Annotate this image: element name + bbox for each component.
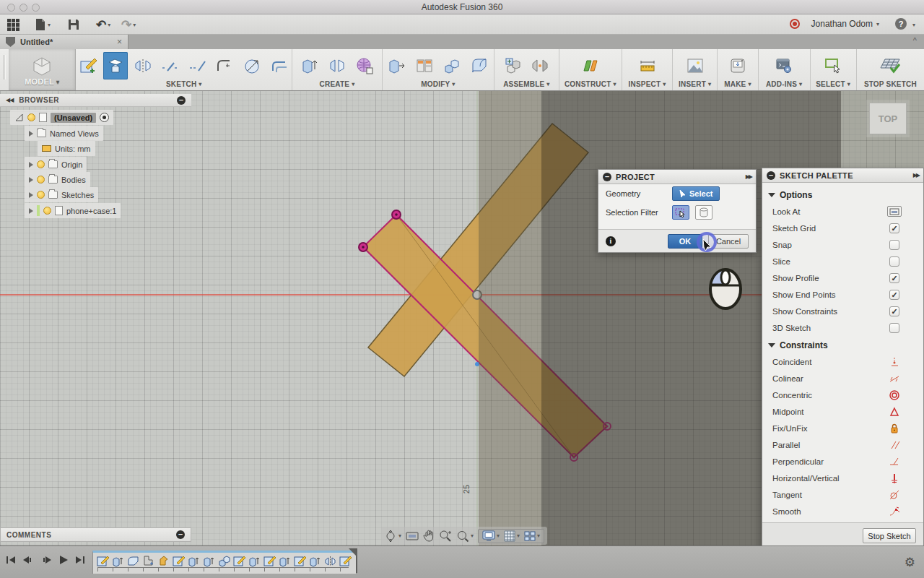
- visibility-bulb-icon[interactable]: [27, 113, 35, 121]
- tree-row-bodies[interactable]: Bodies: [25, 172, 90, 187]
- timeline-item-extrude[interactable]: [278, 554, 292, 568]
- select-button[interactable]: [821, 52, 845, 79]
- insert-group-menu[interactable]: INSERT▾: [679, 80, 711, 88]
- orbit-button[interactable]: ▾: [384, 530, 401, 543]
- record-icon[interactable]: [790, 19, 800, 29]
- expand-arrow-icon[interactable]: [29, 192, 33, 198]
- timeline-item-sketch[interactable]: [232, 554, 246, 568]
- grid-settings-button[interactable]: ▾: [504, 530, 520, 542]
- visibility-bulb-icon[interactable]: [37, 191, 45, 199]
- mirror-sketch-button[interactable]: [131, 52, 155, 79]
- minimize-palette-icon[interactable]: –: [767, 171, 775, 180]
- modify-group-menu[interactable]: MODIFY▾: [421, 80, 455, 88]
- step-back-button[interactable]: [22, 555, 34, 565]
- measure-button[interactable]: [635, 52, 660, 79]
- sketch-line-button[interactable]: [158, 52, 183, 79]
- project-include-button[interactable]: [103, 52, 128, 79]
- tree-row-origin[interactable]: Origin: [25, 157, 87, 172]
- chevron-down-icon[interactable]: ▾: [912, 22, 915, 28]
- timeline-item-extrude[interactable]: [248, 554, 261, 568]
- 3d-sketch-checkbox[interactable]: [889, 323, 899, 333]
- sketch-circle-button[interactable]: [240, 52, 265, 79]
- sketch-group-menu[interactable]: SKETCH▾: [166, 80, 202, 88]
- create-group-menu[interactable]: CREATE▾: [320, 80, 355, 88]
- redo-button[interactable]: ↷ ▾: [121, 17, 136, 33]
- stop-sketch-button[interactable]: Stop Sketch: [863, 528, 916, 543]
- timeline-item-mirror[interactable]: [323, 554, 337, 568]
- geometry-select-button[interactable]: Select: [672, 186, 720, 201]
- project-dialog-header[interactable]: – PROJECT ▶▶: [598, 170, 756, 184]
- snap-checkbox[interactable]: [889, 240, 899, 250]
- expand-arrow-icon[interactable]: [29, 177, 33, 183]
- display-settings-button[interactable]: ▾: [482, 530, 500, 541]
- create-form-button[interactable]: [352, 52, 377, 79]
- constraint-row-concentric[interactable]: Concentric: [762, 387, 923, 403]
- timeline-item-extrude[interactable]: [202, 554, 216, 568]
- timeline-item-hole[interactable]: [141, 554, 155, 568]
- make-group-menu[interactable]: MAKE▾: [724, 80, 751, 88]
- sketch-fillet-button[interactable]: [213, 52, 237, 79]
- addins-group-menu[interactable]: ADD-INS▾: [766, 80, 802, 88]
- fit-button[interactable]: ▾: [456, 530, 474, 543]
- constraint-row-smooth[interactable]: Smooth: [762, 503, 923, 519]
- timeline-item-sketch[interactable]: [293, 554, 307, 568]
- constraints-section-header[interactable]: Constraints: [762, 336, 923, 353]
- assemble-group-menu[interactable]: ASSEMBLE▾: [503, 80, 549, 88]
- pan-button[interactable]: [423, 530, 435, 542]
- timeline-item-sketch[interactable]: [96, 554, 110, 568]
- minimize-panel-icon[interactable]: –: [177, 96, 186, 105]
- press-pull-button[interactable]: [385, 52, 409, 79]
- expand-corner-icon[interactable]: [14, 113, 24, 122]
- tree-row-sketches[interactable]: Sketches: [25, 187, 98, 202]
- collapse-panel-icon[interactable]: ◀◀: [6, 97, 13, 103]
- undo-button[interactable]: ↶ ▾: [96, 17, 110, 33]
- go-to-end-button[interactable]: [75, 555, 85, 565]
- filter-bodies-button[interactable]: [695, 205, 712, 220]
- browser-panel-header[interactable]: ◀◀ BROWSER –: [0, 94, 191, 107]
- file-menu-button[interactable]: ▾: [35, 17, 51, 33]
- constraint-row-horizontal-vertical[interactable]: Horizontal/Vertical: [762, 470, 923, 486]
- sketch-grid-checkbox[interactable]: ✓: [889, 223, 899, 233]
- stop-sketch-ribbon-button[interactable]: [878, 52, 902, 79]
- options-section-header[interactable]: Options: [762, 186, 923, 203]
- slice-checkbox[interactable]: [889, 256, 899, 267]
- construct-group-menu[interactable]: CONSTRUCT▾: [565, 80, 616, 88]
- step-forward-button[interactable]: [40, 555, 52, 565]
- insert-button[interactable]: [683, 52, 707, 79]
- combine-button[interactable]: [440, 52, 464, 79]
- workspace-selector[interactable]: MODEL▾: [9, 49, 76, 90]
- constraint-row-perpendicular[interactable]: Perpendicular: [762, 453, 923, 470]
- revolve-button[interactable]: [325, 52, 349, 79]
- settings-gear-icon[interactable]: ⚙: [905, 555, 915, 570]
- show-profile-checkbox[interactable]: ✓: [889, 273, 899, 283]
- help-button[interactable]: ?: [895, 18, 907, 30]
- view-cube[interactable]: TOP: [869, 103, 907, 134]
- visibility-bulb-icon[interactable]: [37, 160, 45, 168]
- sketch-palette-header[interactable]: – SKETCH PALETTE ▶▶: [762, 168, 923, 183]
- new-component-button[interactable]: [500, 52, 525, 79]
- expand-arrow-icon[interactable]: [29, 208, 33, 214]
- constraint-row-midpoint[interactable]: Midpoint: [762, 403, 923, 420]
- select-group-menu[interactable]: SELECT▾: [816, 80, 850, 88]
- timeline-item-extrude[interactable]: [308, 554, 322, 568]
- document-tab[interactable]: Untitled* ×: [0, 35, 128, 49]
- show-end-points-checkbox[interactable]: ✓: [889, 290, 899, 300]
- activate-component-radio[interactable]: [100, 113, 109, 122]
- timeline-track[interactable]: [92, 551, 357, 574]
- look-at-view-button[interactable]: [406, 531, 419, 541]
- timeline-item-extrude[interactable]: [187, 554, 201, 568]
- add-ins-button[interactable]: [772, 52, 796, 79]
- tree-row-named-views[interactable]: Named Views: [25, 126, 103, 141]
- tree-row-units[interactable]: Units: mm: [38, 141, 95, 156]
- make-button[interactable]: [725, 52, 750, 79]
- save-button[interactable]: [68, 17, 79, 33]
- comments-bar[interactable]: COMMENTS –: [0, 527, 191, 542]
- constraint-row-fix-unfix[interactable]: Fix/UnFix: [762, 420, 923, 436]
- constraint-row-parallel[interactable]: Parallel: [762, 436, 923, 453]
- timeline-item-combine[interactable]: [217, 554, 231, 568]
- close-tab-icon[interactable]: ×: [117, 37, 122, 47]
- expand-arrow-icon[interactable]: [29, 162, 33, 168]
- inspect-group-menu[interactable]: INSPECT▾: [629, 80, 666, 88]
- constraint-row-colinear[interactable]: Colinear: [762, 370, 923, 387]
- fillet-button[interactable]: [467, 52, 492, 79]
